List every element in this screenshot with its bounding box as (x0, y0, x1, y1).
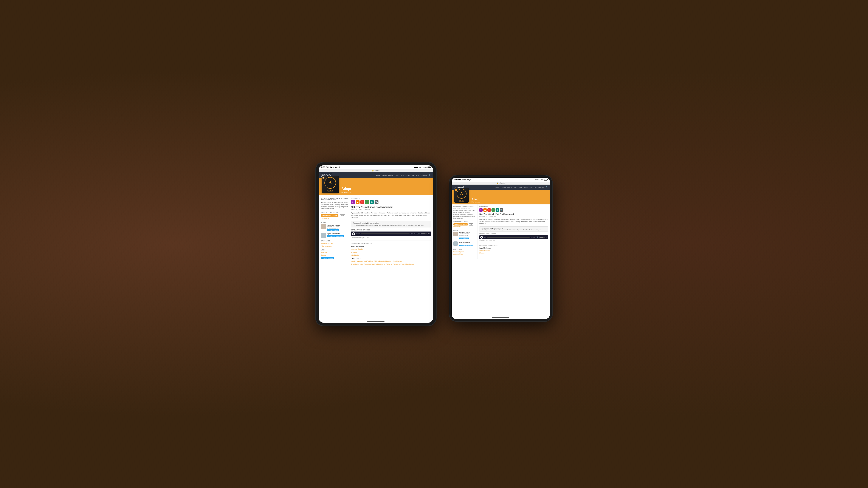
small-play-btn[interactable] (480, 236, 483, 239)
nav-sponsor-s[interactable]: Sponsor (538, 187, 544, 188)
small-learn-more[interactable]: Learn More (454, 226, 475, 227)
membership-btn[interactable]: MEMBERSHIP LEVEL▾ (321, 214, 338, 217)
support-label: SUPPORT THIS SHOW (321, 212, 349, 214)
episode-desc-large: Ryan used an 11-inch iPad Pro most of th… (351, 212, 431, 219)
subscribe-apple-podcasts[interactable]: 🎙 (351, 200, 355, 204)
small-sub-overcast[interactable]: ☁ (483, 208, 487, 212)
play-button-large[interactable] (352, 232, 355, 235)
volume-icon-large[interactable]: 🔊 (417, 233, 420, 235)
nav-shows[interactable]: Shows (382, 174, 386, 176)
status-time-small: 3:20 PM (454, 179, 461, 181)
host-avatar-christoffel (321, 233, 326, 238)
nav-live[interactable]: Live (416, 174, 419, 176)
contact-link[interactable]: Contact (321, 254, 349, 256)
nav-search-icon[interactable]: 🔍 (429, 174, 431, 176)
twitter-btn-christoffel[interactable]: 🐦 Follow @ryanchristoffel (327, 235, 344, 237)
small-episode-meta: April 30th, 2020 · 72 minutes (479, 216, 548, 217)
previous-episode-link[interactable]: Previous Episode (321, 242, 349, 245)
nav-people-s[interactable]: People (507, 187, 512, 188)
subscribe-spotify[interactable]: 🎵 (365, 200, 369, 204)
url-bar-small[interactable]: 🔒 relay.fm (452, 182, 550, 185)
small-host-christoffel: Ryan Christoffel 🐦 Follow ryanchristoffe… (454, 241, 475, 247)
small-app-ulysses[interactable]: Ulysses (479, 252, 548, 254)
small-hosted-by: HOSTED BY FEDERICO VITICCIAND RYAN CHRIS… (454, 206, 475, 219)
subscribe-overcast[interactable]: ☁ (355, 200, 360, 204)
adapt-archives-link[interactable]: Adapt Archives (321, 245, 349, 247)
nav-people[interactable]: People (389, 174, 393, 176)
podcast-title-block-small: Adapt Stay curious (471, 197, 480, 203)
podcast-tagline-large: Stay curious (341, 191, 351, 193)
sponsor-link[interactable]: Sponsor (321, 252, 349, 254)
subscribe-rss[interactable]: 📡 (375, 200, 378, 204)
subscribe-pocketcasts[interactable]: 🔴 (361, 200, 364, 204)
podcast-cover-circle-s: A (457, 189, 466, 199)
nav-about[interactable]: About (376, 174, 380, 176)
other-link-1[interactable]: Magic Keyboard for iPad Pro: A New Breed… (351, 260, 431, 262)
podcast-cover-sub-s: Stay curious (459, 201, 464, 202)
small-audio-player[interactable]: 0:00 01:12:54 🔊 1x (479, 235, 548, 239)
small-avatar-christoffel (454, 241, 458, 246)
nav-search-icon-s[interactable]: 🔍 (546, 186, 548, 188)
small-sub-pocket[interactable]: 🔴 (487, 208, 491, 212)
small-join-btn[interactable]: JOIN (469, 223, 473, 226)
nav-links-large: About Shows People Store Blog Membership… (376, 174, 431, 176)
nav-blog-s[interactable]: Blog (519, 187, 522, 188)
app-link-morning-reader[interactable]: Morning Reader (351, 248, 431, 250)
audio-player-large[interactable]: 00:00 01:12:54 🔊 1x (351, 231, 431, 236)
small-speed-label[interactable]: 1x (546, 237, 547, 238)
speed-label-large[interactable]: 1x (428, 233, 430, 234)
twitter-btn-viticci[interactable]: 🐦 Follow @viticci (327, 229, 339, 231)
podcast-cover-sub: Stay curious (328, 191, 333, 192)
other-links-label: Other Links (351, 257, 431, 259)
small-prev-ep[interactable]: Previous Episode (454, 251, 475, 253)
status-bar-large: 3:20 PM Wed May 6 ●●●● WiFi 65% (319, 165, 433, 169)
nav-store-s[interactable]: Store (514, 187, 518, 188)
small-progress-bar[interactable] (487, 237, 530, 238)
small-sub-castro[interactable]: ⚙ (496, 208, 499, 212)
small-app-morning-reader[interactable]: Morning Reader (479, 250, 548, 251)
sponsor-intro: This episode of Adapt is sponsored by: (353, 222, 429, 224)
small-sub-apple[interactable]: 🎙 (479, 208, 483, 212)
download-link-large[interactable]: Download: MP3 (68.01 MB) (351, 237, 431, 238)
small-subscribe-icons: 🎙 ☁ 🔴 🎵 ⚙ 📡 (479, 208, 548, 212)
small-membership-btn[interactable]: MEMBERSHIP LEVEL▾ (454, 223, 468, 226)
small-sponsor-box: This episode of Adapt is sponsored by: T… (479, 226, 548, 231)
content-area-large: HOSTED BY FEDERICO VITICCI AND RYAN CHRI… (319, 195, 433, 268)
host-row-christoffel: Ryan Christoffel 🐦 Follow @ryanchristoff… (321, 233, 349, 238)
small-volume-icon[interactable]: 🔊 (536, 236, 538, 238)
nav-store[interactable]: Store (395, 174, 399, 176)
app-link-mindnode[interactable]: MindNode (351, 254, 431, 256)
small-archives[interactable]: Adapt Archives (454, 253, 475, 255)
rating-badge: 5 (322, 177, 324, 178)
follow-adaptfm-btn[interactable]: 🐦 Follow _adaptfm (321, 257, 334, 259)
podcast-header-large: 5 A ADAPT Stay curious Adapt Stay curiou… (319, 178, 433, 195)
nav-sponsor[interactable]: Sponsor (421, 174, 427, 176)
podcast-title-small: Adapt (471, 197, 480, 201)
progress-bar-large[interactable] (361, 233, 410, 234)
podcast-cover-circle: A (324, 177, 336, 189)
nav-live-s[interactable]: Live (534, 187, 537, 188)
small-twitter-christoffel[interactable]: 🐦 Follow ryanchristoffel (459, 245, 473, 247)
app-link-ulysses[interactable]: Ulysses (351, 251, 431, 253)
podcast-cover-title: ADAPT (328, 190, 333, 191)
nav-about-s[interactable]: About (496, 187, 499, 188)
volume-bar-large[interactable] (421, 233, 427, 234)
small-twitter-viticci[interactable]: 🐦 Follow viticci (459, 237, 469, 239)
small-hosted-label: HOSTED BY FEDERICO VITICCIAND RYAN CHRIS… (454, 206, 475, 209)
nav-blog[interactable]: Blog (401, 174, 404, 176)
nav-shows-s[interactable]: Shows (501, 187, 506, 188)
other-link-2[interactable]: The Mighty mini: Adapting Apple's Diminu… (351, 263, 431, 265)
hosts-label: HOSTS (321, 222, 349, 223)
navigation-section: NAVIGATION Previous Episode Adapt Archiv… (321, 240, 349, 247)
join-btn[interactable]: JOIN (340, 214, 345, 217)
nav-membership-s[interactable]: Membership (524, 187, 532, 188)
small-sub-spotify[interactable]: 🎵 (492, 208, 495, 212)
small-nav-label: NAVIGATION (454, 249, 475, 250)
nav-membership[interactable]: Membership (406, 174, 414, 176)
small-sub-rss[interactable]: 📡 (500, 208, 503, 212)
small-volume-bar[interactable] (539, 237, 545, 238)
url-bar-large[interactable]: 🔒 relay.fm (319, 169, 433, 172)
subscribe-castro[interactable]: ⚙ (370, 200, 374, 204)
small-download-link[interactable]: Download: MP3 (68.01 MB) (479, 240, 548, 241)
learn-more-link[interactable]: Learn More (321, 218, 349, 220)
